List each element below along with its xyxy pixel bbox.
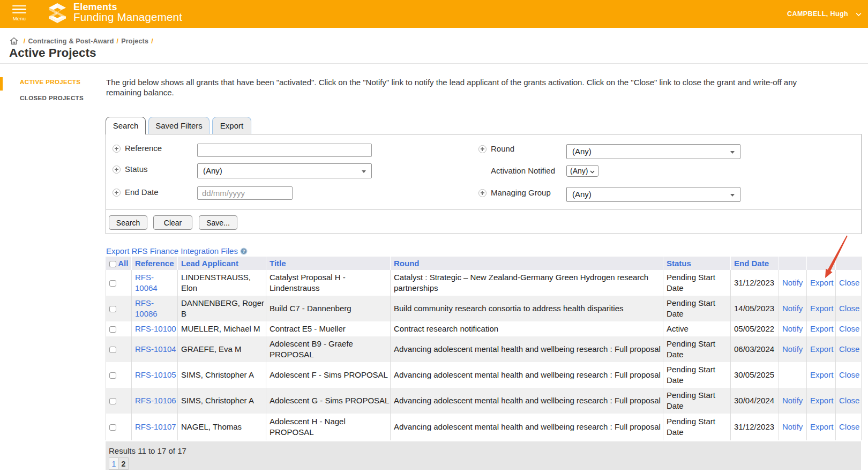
svg-text:?: ? (242, 249, 245, 254)
